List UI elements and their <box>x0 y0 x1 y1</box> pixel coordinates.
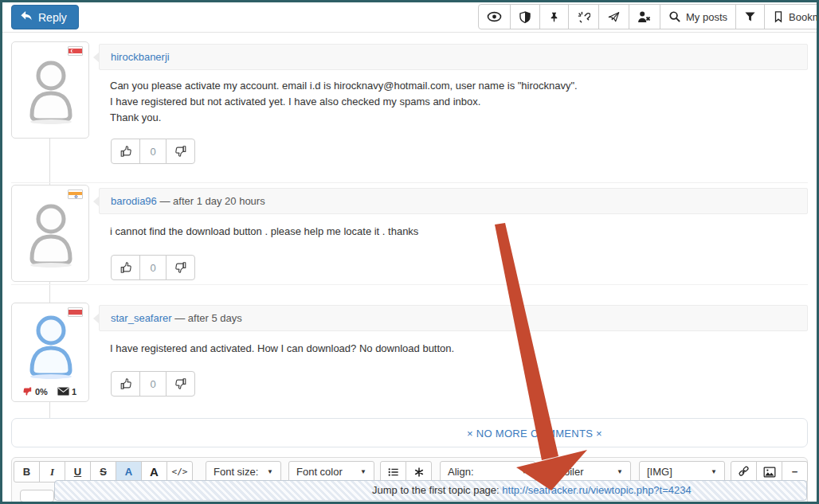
vote-group: 0 <box>112 139 195 164</box>
font-size-select[interactable]: Font size: ▼ <box>206 461 281 483</box>
eye-icon <box>487 11 502 22</box>
thumb-down-icon <box>174 377 187 390</box>
format-button-group: B I U S A A </> <box>14 461 193 483</box>
editor-extra-button[interactable] <box>20 490 54 502</box>
jump-bar: Jump to the first topic page: http://sea… <box>54 480 807 501</box>
watch-topic-button[interactable] <box>478 4 511 29</box>
post-separator <box>11 284 808 285</box>
code-button[interactable]: </> <box>167 461 193 483</box>
avatar-placeholder <box>22 197 80 273</box>
my-posts-button[interactable]: My posts <box>660 4 736 29</box>
post-header: star_seafarer — after 5 days <box>99 305 808 331</box>
thumb-down-icon <box>174 261 187 274</box>
insert-link-button[interactable] <box>731 461 757 483</box>
messages-count: 1 <box>72 387 76 397</box>
avatar-card[interactable] <box>11 185 89 282</box>
vote-group: 0 <box>112 255 195 280</box>
like-button[interactable] <box>111 371 140 397</box>
post-separator <box>11 182 808 183</box>
text-style-button[interactable]: A <box>141 461 167 483</box>
post-meta: — after 5 days <box>172 312 242 324</box>
envelope-icon <box>57 387 69 396</box>
text-color-button[interactable]: A <box>116 461 142 483</box>
chevron-down-icon: ▼ <box>711 468 717 475</box>
bookmark-icon <box>773 10 784 23</box>
filter-icon <box>744 11 756 22</box>
spoiler-select[interactable]: Spoiler ▼ <box>543 461 631 483</box>
insert-image-button[interactable] <box>756 461 782 483</box>
like-button[interactable] <box>111 139 140 164</box>
unsubscribe-button[interactable] <box>568 4 599 29</box>
avatar-card[interactable]: 0% 1 <box>11 303 89 402</box>
username-link[interactable]: barodia96 <box>111 195 157 207</box>
special-char-button[interactable] <box>406 461 432 483</box>
post-header: hirockbanerji <box>99 44 808 70</box>
thread-connector <box>49 402 50 418</box>
dislike-button[interactable] <box>166 255 195 280</box>
messages-stat: 1 <box>57 387 76 397</box>
forum-topic-page: Reply My posts Bookmark <box>0 0 819 504</box>
media-button-group: − <box>731 461 808 483</box>
reply-label: Reply <box>38 11 67 24</box>
chevron-down-icon: ▼ <box>617 468 623 475</box>
vote-count: 0 <box>139 371 167 397</box>
post-line: Thank you. <box>110 110 795 126</box>
send-button[interactable] <box>598 4 629 29</box>
spoiler-label: Spoiler <box>551 466 583 478</box>
align-label: Align: <box>448 466 474 478</box>
unlink-icon <box>577 10 590 24</box>
bookmark-button[interactable]: Bookmark <box>764 4 819 29</box>
insert-button-group <box>381 461 432 483</box>
post-meta: — after 1 day 20 hours <box>157 195 265 207</box>
asterisk-icon <box>413 467 425 478</box>
username-link[interactable]: hirockbanerji <box>111 51 170 63</box>
strikethrough-button[interactable]: S <box>90 461 116 483</box>
vote-count: 0 <box>139 139 167 164</box>
italic-button[interactable]: I <box>39 461 65 483</box>
chevron-down-icon: ▼ <box>360 468 366 475</box>
horizontal-rule-button[interactable]: − <box>782 461 808 483</box>
link-icon <box>738 466 750 478</box>
font-color-select[interactable]: Font color ▼ <box>288 461 374 483</box>
align-select[interactable]: Align: ▼ <box>440 461 535 483</box>
chevron-down-icon: ▼ <box>267 468 273 475</box>
comments-end-panel <box>11 418 808 447</box>
red-thumb-down-icon <box>22 386 33 397</box>
pin-topic-button[interactable] <box>539 4 569 29</box>
rating-value: 0% <box>35 387 48 397</box>
post-body: I have registered and activated. How I c… <box>110 341 795 357</box>
user-remove-icon <box>637 10 652 23</box>
topic-url-link[interactable]: http://seatracker.ru/viewtopic.php?t=423… <box>502 484 691 496</box>
thumb-down-icon <box>174 145 187 158</box>
ignore-user-button[interactable] <box>629 4 660 29</box>
topic-toolbar: My posts Bookmark <box>479 4 819 29</box>
vote-group: 0 <box>112 371 195 397</box>
dislike-button[interactable] <box>166 139 195 164</box>
post-line: I have registered but not activated yet.… <box>110 94 795 110</box>
thumb-up-icon <box>120 145 132 158</box>
list-button[interactable] <box>380 461 406 483</box>
img-select[interactable]: [IMG] ▼ <box>639 461 725 483</box>
image-icon <box>763 467 776 478</box>
pin-icon <box>548 10 560 24</box>
bookmark-label: Bookmark <box>789 11 819 23</box>
like-button[interactable] <box>111 255 140 280</box>
post-body: i cannot find the download button . plea… <box>110 224 795 240</box>
reply-button[interactable]: Reply <box>11 5 79 29</box>
no-more-comments-label: × NO MORE COMMENTS × <box>467 428 602 440</box>
bold-button[interactable]: B <box>14 461 40 483</box>
avatar-placeholder <box>22 53 80 130</box>
post-line: Can you please activate my account. emai… <box>110 78 795 94</box>
filter-button[interactable] <box>735 4 765 29</box>
my-posts-label: My posts <box>686 11 727 23</box>
shield-icon <box>519 10 531 24</box>
bubble-tip <box>93 196 100 207</box>
username-link[interactable]: star_seafarer <box>111 312 172 324</box>
thumb-up-icon <box>120 377 132 390</box>
moderate-button[interactable] <box>510 4 540 29</box>
bubble-tip <box>93 313 100 324</box>
underline-button[interactable]: U <box>65 461 91 483</box>
avatar-card[interactable] <box>11 41 89 139</box>
vote-count: 0 <box>139 255 167 280</box>
dislike-button[interactable] <box>166 371 195 397</box>
